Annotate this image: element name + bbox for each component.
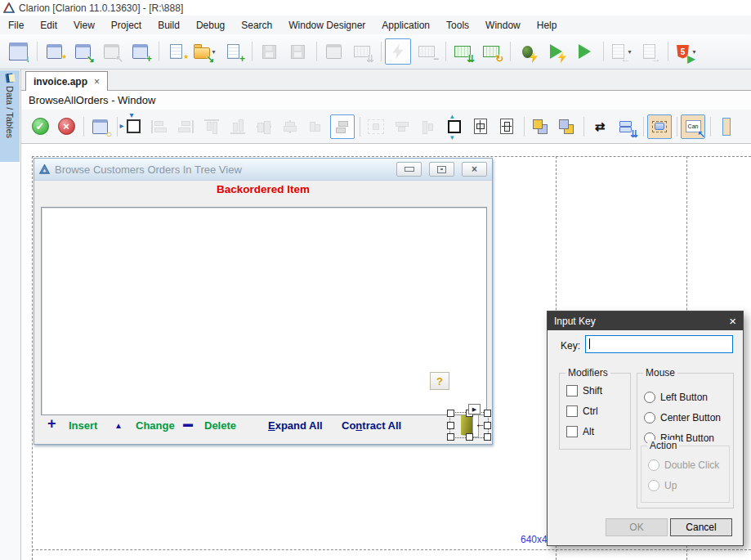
align-top-button[interactable] xyxy=(199,114,224,139)
cancel-generate-button[interactable]: − xyxy=(413,38,440,65)
run-with-debug-button[interactable] xyxy=(543,38,569,65)
add-file-button[interactable]: + xyxy=(220,38,246,65)
menu-tools[interactable]: Tools xyxy=(438,17,477,34)
alt-checkbox[interactable] xyxy=(566,426,578,437)
accept-button[interactable]: ✓ xyxy=(28,114,52,139)
menu-project[interactable]: Project xyxy=(103,17,150,34)
resize-to-grid-button[interactable] xyxy=(442,114,467,139)
expand-all-button[interactable]: Expand All xyxy=(268,419,323,432)
ctrl-label: Ctrl xyxy=(583,405,598,417)
menu-application[interactable]: Application xyxy=(373,17,438,34)
generate-all-button[interactable]: ⇊ xyxy=(449,38,476,65)
shift-checkbox[interactable] xyxy=(566,385,578,396)
open-file-button[interactable]: ↘▾ xyxy=(191,38,217,65)
new-procedure-window-button[interactable]: * xyxy=(41,38,67,65)
tab-invoice-app[interactable]: invoice.app × xyxy=(25,71,108,91)
alt-checkbox-row[interactable]: Alt xyxy=(566,426,594,437)
next-text-button[interactable]: → xyxy=(636,38,662,65)
clipped-button-button[interactable] xyxy=(714,114,739,139)
center-button-radio[interactable] xyxy=(644,412,655,423)
menu-debug[interactable]: Debug xyxy=(188,17,233,34)
default-button-toggle-button[interactable] xyxy=(647,114,672,139)
center-horizontally-in-window-button[interactable] xyxy=(468,114,493,139)
run-button[interactable] xyxy=(571,38,597,65)
generate-code-button[interactable] xyxy=(385,38,411,65)
menu-build[interactable]: Build xyxy=(150,17,188,34)
cancel-button-toggle-button[interactable]: Can↖ xyxy=(681,114,705,139)
cancel-button[interactable]: × xyxy=(54,114,78,139)
center-horizontally-button[interactable] xyxy=(252,114,276,139)
menu-search[interactable]: Search xyxy=(233,17,280,34)
left-button-radio[interactable] xyxy=(644,392,655,403)
selection-handle[interactable] xyxy=(484,433,491,441)
center-button-radio-row[interactable]: Center Button xyxy=(644,412,721,423)
key-input[interactable] xyxy=(585,335,733,353)
menu-edit[interactable]: Edit xyxy=(32,17,65,34)
minimize-button[interactable] xyxy=(396,162,422,177)
designed-window[interactable]: Browse Customers Orders In Tree View × B… xyxy=(34,158,493,445)
preview-window-button[interactable]: ○ xyxy=(87,114,112,139)
new-file-button[interactable]: * xyxy=(163,38,189,65)
space-evenly-button[interactable] xyxy=(330,114,355,139)
order-controls-button[interactable]: ⇊ xyxy=(614,114,638,139)
menu-file[interactable]: File xyxy=(0,17,32,34)
help-button[interactable]: ? xyxy=(430,372,449,390)
ctrl-checkbox[interactable] xyxy=(566,405,578,417)
selection-flyout-button[interactable]: ▶ xyxy=(468,404,481,414)
add-window-button[interactable]: + xyxy=(127,38,153,65)
send-to-back-button[interactable] xyxy=(554,114,579,139)
ok-button[interactable]: OK xyxy=(606,518,668,536)
ctrl-checkbox-row[interactable]: Ctrl xyxy=(566,405,598,417)
menu-window[interactable]: Window xyxy=(477,17,529,34)
selection-handle[interactable] xyxy=(447,433,454,441)
save-all-button[interactable] xyxy=(284,38,311,65)
generate-and-refresh-button[interactable]: ↻ xyxy=(478,38,504,65)
snap-to-grid-button[interactable] xyxy=(121,114,145,139)
dialog-close-icon[interactable]: × xyxy=(722,315,736,327)
left-button-radio-row[interactable]: Left Button xyxy=(644,392,708,403)
set-tab-order-button[interactable]: ⇄ xyxy=(588,114,612,139)
edit-window-button[interactable] xyxy=(320,38,346,65)
tab-close-icon[interactable]: × xyxy=(94,76,100,87)
toolbar-separator xyxy=(710,117,711,137)
change-button[interactable]: Change xyxy=(136,419,175,432)
align-right-button[interactable] xyxy=(173,114,198,139)
contract-all-button[interactable]: Contract All xyxy=(342,419,401,432)
debug-button[interactable] xyxy=(514,38,540,65)
center-vertically-button[interactable] xyxy=(278,114,302,139)
designed-window-titlebar[interactable]: Browse Customers Orders In Tree View × xyxy=(34,159,492,181)
sidebar-tab-data-tables[interactable]: Data / Tables xyxy=(0,70,20,162)
selection-handle[interactable] xyxy=(484,410,491,417)
run-html-button[interactable]: 5▶▾ xyxy=(672,38,698,65)
selection-handle[interactable] xyxy=(466,433,473,441)
menu-help[interactable]: Help xyxy=(529,17,565,34)
selection-handle[interactable] xyxy=(447,422,454,429)
delete-button[interactable]: Delete xyxy=(204,419,236,432)
align-bottom-button[interactable] xyxy=(226,114,250,139)
close-button[interactable]: × xyxy=(462,162,487,177)
selected-close-control[interactable]: ← ▶ xyxy=(449,412,489,438)
save-button[interactable] xyxy=(256,38,282,65)
shift-checkbox-row[interactable]: Shift xyxy=(566,385,602,396)
spread-vertically-button[interactable] xyxy=(416,114,440,139)
maximize-button[interactable] xyxy=(429,162,454,177)
previous-text-button[interactable]: ←▾ xyxy=(607,38,633,65)
align-left-button[interactable] xyxy=(147,114,172,139)
copy-window-forward-button[interactable]: ↘ xyxy=(69,38,96,65)
menu-window-designer[interactable]: Window Designer xyxy=(280,17,373,34)
insert-button[interactable]: Insert xyxy=(69,419,97,432)
cancel-button[interactable]: Cancel xyxy=(670,518,732,536)
center-in-window-button[interactable] xyxy=(364,114,388,139)
center-vertically-in-window-button[interactable] xyxy=(494,114,519,139)
import-application-button[interactable]: ↓ xyxy=(5,38,31,65)
spread-horizontally-button[interactable] xyxy=(390,114,414,139)
tree-listbox[interactable] xyxy=(41,207,487,415)
new-procedure-window-icon: * xyxy=(45,43,63,60)
menu-view[interactable]: View xyxy=(65,17,103,34)
copy-window-back-button[interactable]: ↖ xyxy=(98,38,124,65)
make-same-size-button[interactable] xyxy=(304,114,329,139)
dialog-titlebar[interactable]: Input Key × xyxy=(548,311,743,330)
selection-handle[interactable] xyxy=(447,410,454,417)
generate-window-button[interactable]: ⇊ xyxy=(349,38,375,65)
bring-to-front-button[interactable] xyxy=(528,114,552,139)
